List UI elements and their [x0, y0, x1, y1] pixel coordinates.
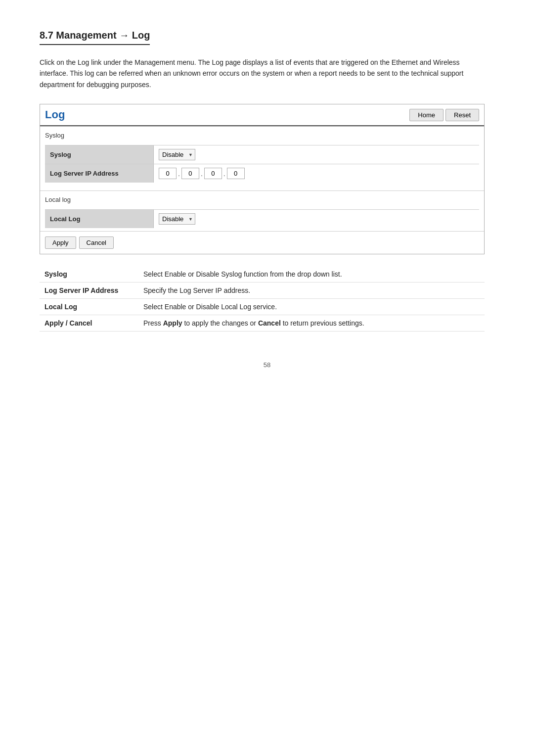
page-number: 58 [40, 361, 494, 369]
action-row: Apply Cancel [40, 231, 484, 254]
cancel-button[interactable]: Cancel [79, 236, 114, 249]
ip-octet-4[interactable] [227, 168, 245, 179]
ip-field-group: . . . [159, 168, 245, 179]
page-title: 8.7 Management → Log [40, 30, 150, 45]
log-panel: Log Home Reset Syslog Syslog Disable Ena… [40, 104, 485, 254]
local-log-row: Local Log Disable Enable [45, 209, 479, 228]
local-log-dropdown-wrapper: Disable Enable [159, 213, 195, 225]
desc-row-local-log: Local Log Select Enable or Disable Local… [40, 299, 485, 315]
desc-cancel-bold: Cancel [258, 319, 281, 327]
locallog-section: Local log Local Log Disable Enable [40, 190, 484, 231]
desc-term-apply-cancel: Apply / Cancel [40, 315, 138, 331]
panel-header-buttons: Home Reset [409, 109, 479, 121]
desc-term-local-log: Local Log [40, 299, 138, 315]
syslog-dropdown[interactable]: Disable Enable [159, 149, 195, 160]
apply-button[interactable]: Apply [45, 236, 76, 249]
local-log-field-label: Local Log [45, 210, 154, 228]
local-log-field-value: Disable Enable [154, 210, 479, 228]
syslog-row: Syslog Disable Enable [45, 145, 479, 164]
reset-button[interactable]: Reset [445, 109, 479, 121]
desc-text-syslog: Select Enable or Disable Syslog function… [138, 266, 485, 283]
ip-octet-2[interactable] [181, 168, 199, 179]
description-table: Syslog Select Enable or Disable Syslog f… [40, 266, 485, 331]
local-log-dropdown[interactable]: Disable Enable [159, 213, 195, 225]
desc-term-log-server-ip: Log Server IP Address [40, 283, 138, 299]
log-server-ip-value: . . . [154, 164, 479, 183]
syslog-section-label: Syslog [45, 132, 479, 141]
desc-text-local-log: Select Enable or Disable Local Log servi… [138, 299, 485, 315]
ip-dot-3: . [223, 170, 225, 178]
desc-apply-bold: Apply [163, 319, 182, 327]
syslog-field-value: Disable Enable [154, 145, 479, 164]
syslog-section: Syslog Syslog Disable Enable Log Server … [40, 126, 484, 186]
ip-dot-2: . [201, 170, 203, 178]
ip-dot-1: . [178, 170, 180, 178]
panel-title: Log [45, 108, 65, 121]
syslog-field-label: Syslog [45, 145, 154, 164]
ip-octet-1[interactable] [159, 168, 177, 179]
desc-row-syslog: Syslog Select Enable or Disable Syslog f… [40, 266, 485, 283]
desc-term-syslog: Syslog [40, 266, 138, 283]
home-button[interactable]: Home [409, 109, 444, 121]
intro-paragraph: Click on the Log link under the Manageme… [40, 57, 485, 90]
desc-text-apply-cancel: Press Apply to apply the changes or Canc… [138, 315, 485, 331]
panel-header: Log Home Reset [40, 104, 484, 126]
ip-octet-3[interactable] [204, 168, 222, 179]
syslog-dropdown-wrapper: Disable Enable [159, 149, 195, 160]
desc-row-apply-cancel: Apply / Cancel Press Apply to apply the … [40, 315, 485, 331]
log-server-ip-label: Log Server IP Address [45, 164, 154, 183]
desc-row-log-server-ip: Log Server IP Address Specify the Log Se… [40, 283, 485, 299]
locallog-section-label: Local log [45, 196, 479, 205]
log-server-ip-row: Log Server IP Address . . . [45, 164, 479, 183]
desc-text-log-server-ip: Specify the Log Server IP address. [138, 283, 485, 299]
